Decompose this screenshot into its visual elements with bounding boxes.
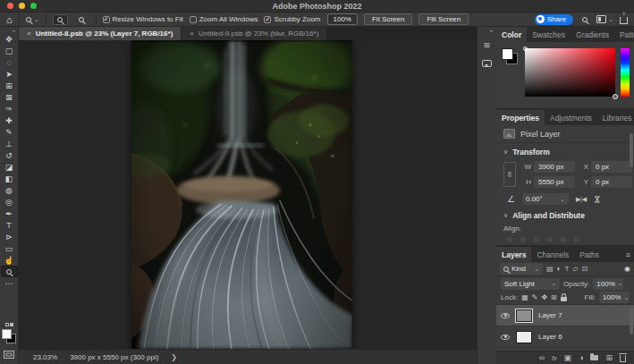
tab-properties[interactable]: Properties [496,110,545,125]
filter-smart-objects-icon[interactable]: ⊡ [581,265,588,273]
collapse-panels-icon[interactable]: « [490,27,496,33]
hue-slider[interactable] [621,48,630,97]
active-tool-indicator[interactable]: ⌄ [26,16,39,23]
lasso-tool[interactable]: ◌ [1,56,18,68]
flip-horizontal-button[interactable]: ▶∣◀ [576,196,586,203]
default-colors-icon[interactable] [5,323,13,326]
filter-type-layers-icon[interactable]: T [564,265,569,273]
constrain-proportions-button[interactable]: ∞ [503,162,516,187]
frame-tool[interactable]: ⊠ [1,91,18,103]
lock-pixels-icon[interactable]: ✎ [532,293,538,301]
healing-brush-tool[interactable]: ✚ [1,114,18,126]
lock-transparency-icon[interactable]: ▦ [521,293,528,301]
opacity-dropdown[interactable]: 100% ⌄ [593,278,623,290]
layer-thumbnail[interactable] [516,331,532,343]
filter-toggle-icon[interactable]: ◉ [624,265,630,273]
hand-tool[interactable]: ☝ [1,254,18,266]
eraser-tool[interactable]: ◪ [1,161,18,173]
home-icon[interactable]: ⌂ [6,15,13,24]
link-layers-icon[interactable]: ∞ [539,354,545,362]
width-field[interactable]: 3900 px [534,161,575,173]
layer-name[interactable]: Layer 6 [538,333,562,341]
layer-style-icon[interactable]: fx [552,354,556,362]
layer-name[interactable]: Layer 7 [538,311,562,319]
flip-vertical-button[interactable]: ⋈ [593,195,602,203]
color-swatches[interactable] [2,329,16,343]
comments-panel-button[interactable] [480,57,494,69]
x-field[interactable]: 0 px [591,161,632,173]
layer-row-layer-7[interactable]: Layer 7 [496,305,634,326]
eyedropper-tool[interactable]: ✑ [1,103,18,114]
tab-adjustments[interactable]: Adjustments [545,110,597,125]
new-layer-icon[interactable]: ⊞ [605,354,613,362]
height-field[interactable]: 5550 px [534,176,575,188]
tab-layers[interactable]: Layers [496,247,531,262]
filter-pixel-layers-icon[interactable]: ▤ [546,265,554,273]
blur-tool[interactable]: ◍ [1,184,18,196]
tab-patterns[interactable]: Patterns [614,27,634,42]
visibility-eye-icon[interactable] [501,334,510,340]
scrubby-zoom-checkbox[interactable]: ✓ Scrubby Zoom [264,15,320,23]
workspace-switcher[interactable]: ⌄ [596,15,613,23]
align-top-button[interactable] [547,237,553,242]
align-center-button[interactable] [520,237,526,242]
pen-tool[interactable]: ✒ [1,207,18,219]
screen-mode-icon[interactable] [4,351,14,359]
resize-windows-checkbox[interactable]: ✓ Resize Windows to Fit [103,15,183,23]
tab-channels[interactable]: Channels [531,247,574,262]
color-picker-marker[interactable] [523,47,528,51]
gradient-tool[interactable]: ◧ [1,173,18,184]
lock-artboard-icon[interactable]: ⊞ [551,293,557,301]
filter-adjustment-layers-icon[interactable]: ◐ [557,265,562,273]
foreground-color-swatch[interactable] [502,48,513,60]
clone-stamp-tool[interactable]: ⊥ [1,138,18,149]
zoom-tool[interactable] [1,266,18,277]
rotation-dropdown[interactable]: 0.00° ⌄ [522,193,569,205]
tab-swatches[interactable]: Swatches [527,27,571,42]
crop-tool[interactable]: ⊞ [1,80,18,91]
history-brush-tool[interactable]: ↺ [1,149,18,161]
align-section-header[interactable]: ∨ Align and Distribute [496,207,634,223]
zoom-level[interactable]: 23.03% [33,353,57,361]
blend-mode-dropdown[interactable]: Soft Light ⌄ [501,278,560,290]
adjustment-layer-icon[interactable]: ◑ [579,354,583,362]
color-swatch-pair[interactable] [502,48,520,66]
type-tool[interactable]: T [1,219,18,231]
foreground-color-swatch[interactable] [2,329,12,339]
layer-row-layer-5[interactable]: Layer 5 [496,348,634,351]
share-button[interactable]: Share [535,14,573,25]
export-icon[interactable] [620,17,628,24]
close-icon[interactable]: × [190,30,194,38]
marquee-tool[interactable]: ▢ [1,45,18,56]
canvas[interactable] [19,40,477,349]
transform-section-header[interactable]: ∨ Transform [496,143,634,159]
add-layer-mask-icon[interactable]: ▣ [564,354,572,362]
filter-kind-dropdown[interactable]: Kind ⌄ [500,263,543,275]
expand-panel-icon[interactable]: » [13,27,18,33]
filter-shape-layers-icon[interactable]: ▱ [572,265,578,273]
align-middle-button[interactable] [561,237,566,242]
align-bottom-button[interactable] [574,237,579,242]
layer-thumbnail[interactable] [516,309,532,322]
tab-gradients[interactable]: Gradients [571,27,614,42]
lock-all-icon[interactable] [561,297,567,301]
zoom-percent-field[interactable]: 100% [327,13,358,25]
fill-screen-button[interactable]: Fill Screen [418,13,469,25]
move-tool[interactable]: ✥ [1,33,18,45]
status-chevron-icon[interactable]: ❯ [171,353,177,361]
dodge-tool[interactable]: ◎ [1,196,18,207]
panel-menu-icon[interactable]: ≡ [626,247,634,262]
zoom-all-windows-checkbox[interactable]: Zoom All Windows [190,15,258,23]
close-icon[interactable]: × [27,30,31,38]
shape-tool[interactable]: ▭ [1,242,18,254]
history-panel-button[interactable]: ≋ [480,39,494,51]
color-picker-handle[interactable] [613,94,618,99]
path-selection-tool[interactable]: ⊳ [1,231,18,242]
fit-screen-button[interactable]: Fit Screen [364,13,412,25]
object-selection-tool[interactable]: ➤ [1,68,18,80]
visibility-eye-icon[interactable] [501,313,510,318]
tab-libraries[interactable]: Libraries [597,110,634,125]
lock-position-icon[interactable]: ✥ [541,293,547,301]
saturation-brightness-field[interactable] [525,48,615,97]
document-tab-inactive[interactable]: × Untitled-9.psb @ 23% (blur, RGB/16*) [181,27,326,40]
